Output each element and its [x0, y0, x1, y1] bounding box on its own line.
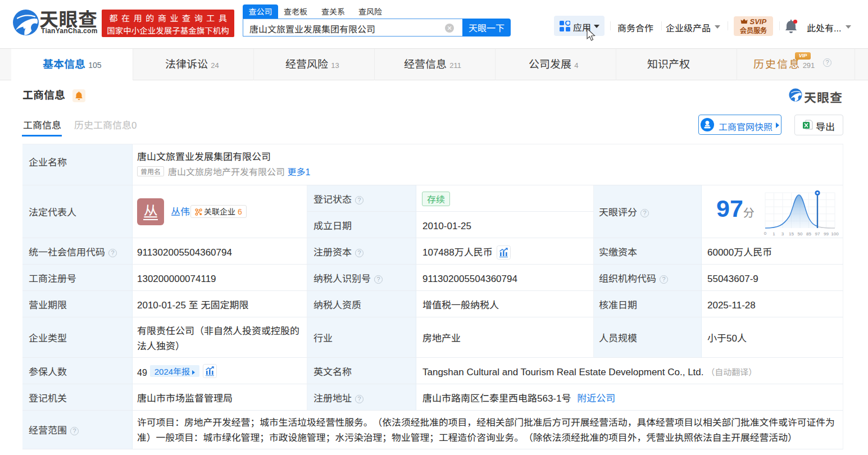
svg-text:1: 1: [772, 231, 775, 236]
svg-text:0: 0: [764, 231, 767, 236]
svg-text:97: 97: [815, 231, 820, 236]
svg-text:3: 3: [781, 231, 784, 236]
svg-text:50: 50: [798, 231, 803, 236]
svg-text:99: 99: [824, 231, 829, 236]
svg-text:85: 85: [806, 231, 811, 236]
svg-text:100: 100: [831, 231, 839, 236]
svg-text:15: 15: [789, 231, 794, 236]
